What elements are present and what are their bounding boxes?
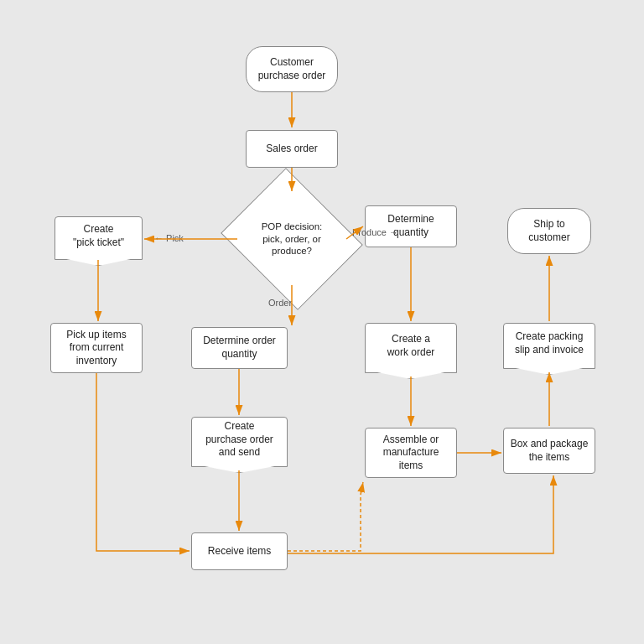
node-pick-up-items-label: Pick up items from current inventory xyxy=(66,329,126,368)
pop-decision-text: POP decision: pick, order, or produce? xyxy=(248,221,335,258)
node-create-work-order: Create a work order xyxy=(365,323,457,373)
node-receive-items: Receive items xyxy=(191,532,288,570)
label-pick: ← Pick xyxy=(154,233,184,243)
node-create-pick-ticket: Create "pick ticket" xyxy=(55,216,143,260)
node-pick-up-items: Pick up items from current inventory xyxy=(50,323,143,373)
node-ship-to-customer: Ship to customer xyxy=(507,208,591,254)
node-create-po-send: Create purchase order and send xyxy=(191,417,288,467)
node-customer-po: Customer purchase order xyxy=(246,46,338,92)
node-pop-decision: POP decision: pick, order, or produce? xyxy=(237,193,346,285)
node-create-pick-ticket-label: Create "pick ticket" xyxy=(73,223,124,253)
node-box-package-label: Box and package the items xyxy=(511,438,589,464)
node-box-package: Box and package the items xyxy=(503,428,595,474)
node-create-packing-slip-label: Create packing slip and invoice xyxy=(515,330,584,361)
connections-svg xyxy=(0,0,644,644)
label-order: Order xyxy=(268,298,292,308)
node-determine-order-qty: Determine order quantity xyxy=(191,327,288,369)
flowchart-diagram: Customer purchase order Sales order POP … xyxy=(0,0,644,644)
node-determine-order-qty-label: Determine order quantity xyxy=(203,335,276,361)
node-assemble-items: Assemble or manufacture items xyxy=(365,428,457,478)
node-create-work-order-label: Create a work order xyxy=(387,333,435,363)
node-sales-order-label: Sales order xyxy=(266,143,317,156)
node-create-po-send-label: Create purchase order and send xyxy=(205,420,273,464)
node-customer-po-label: Customer purchase order xyxy=(258,56,326,82)
node-ship-to-customer-label: Ship to customer xyxy=(528,218,569,244)
label-produce: Produce → xyxy=(352,227,398,237)
node-receive-items-label: Receive items xyxy=(208,545,271,558)
node-assemble-items-label: Assemble or manufacture items xyxy=(383,434,439,473)
node-sales-order: Sales order xyxy=(246,130,338,168)
node-create-packing-slip: Create packing slip and invoice xyxy=(503,323,595,369)
node-determine-qty: Determine quantity xyxy=(365,205,457,247)
